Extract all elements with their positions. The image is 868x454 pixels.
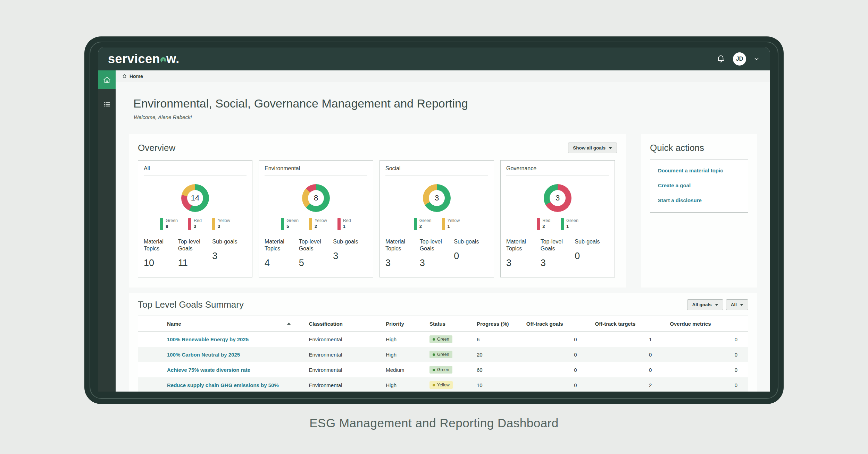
card-stats: Material Topics4 Top-level Goals5 Sub-go… (265, 238, 367, 268)
donut-legend: Red2 Green1 (506, 218, 609, 230)
status-badge: Green (429, 351, 452, 358)
user-avatar[interactable]: JD (733, 52, 746, 66)
cell-priority: Medium (381, 367, 423, 373)
cell-priority: High (381, 382, 423, 388)
column-header-priority[interactable]: Priority (381, 321, 423, 327)
column-header-status[interactable]: Status (423, 321, 464, 327)
servicenow-logo: servicenw. (108, 52, 180, 66)
cell-offtrack-targets: 0 (587, 367, 664, 373)
legend-item: Red1 (337, 218, 351, 230)
stat-label: Sub-goals (333, 238, 367, 245)
legend-swatch (442, 218, 445, 230)
column-header-offtrack-goals[interactable]: Off-track goals (521, 321, 587, 327)
chevron-down-icon (740, 304, 743, 306)
stat-value: 3 (385, 258, 420, 268)
status-badge: Yellow (429, 381, 453, 389)
all-goals-dropdown[interactable]: All goals (687, 299, 723, 310)
overview-card-social: Social 3 (379, 160, 494, 277)
legend-item: Yellow1 (442, 218, 460, 230)
stat-label: Material Topics (506, 238, 539, 252)
legend-swatch (414, 218, 417, 230)
stat-value: 3 (420, 258, 454, 268)
logo-text-post: w. (166, 52, 180, 66)
table-row[interactable]: 100% Renewable Energy by 2025 Environmen… (138, 332, 748, 347)
legend-label: Yellow (448, 218, 460, 224)
column-header-classification[interactable]: Classification (304, 321, 381, 327)
table-row[interactable]: 100% Carbon Neutral by 2025 Environmenta… (138, 347, 748, 362)
column-header-progress[interactable]: Progress (%) (464, 321, 521, 327)
user-menu-chevron-icon[interactable] (754, 56, 759, 62)
goal-name-link[interactable]: 100% Carbon Neutral by 2025 (167, 352, 240, 358)
donut-total: 3 (435, 194, 439, 203)
cell-priority: High (381, 336, 423, 342)
divider (144, 175, 247, 176)
goals-table: Name Classification Priority Status Prog… (138, 316, 748, 392)
create-goal-link[interactable]: Create a goal (658, 182, 740, 188)
goal-name-link[interactable]: Reduce supply chain GHG emissions by 50% (167, 382, 279, 388)
all-dropdown[interactable]: All (726, 299, 748, 310)
stat-value: 3 (212, 251, 247, 262)
sort-ascending-icon (287, 323, 291, 325)
notifications-bell-icon[interactable] (716, 54, 725, 64)
legend-count: 3 (194, 224, 202, 229)
cell-progress: 60 (464, 367, 521, 373)
legend-label: Red (542, 218, 550, 224)
stat-label: Material Topics (385, 238, 418, 252)
breadcrumb-home-icon (122, 74, 127, 79)
card-stats: Material Topics10 Top-level Goals11 Sub-… (144, 238, 247, 268)
status-dot-icon (433, 384, 435, 386)
legend-label: Red (194, 218, 202, 224)
cell-offtrack-goals: 0 (521, 352, 587, 358)
show-all-goals-label: Show all goals (573, 145, 606, 151)
start-disclosure-link[interactable]: Start a disclosure (658, 197, 740, 203)
chevron-down-icon (715, 304, 718, 306)
column-header-overdue-metrics[interactable]: Overdue metrics (663, 321, 748, 327)
legend-count: 8 (166, 224, 178, 229)
chevron-down-icon (609, 147, 612, 149)
donut-legend: Green5 Yellow2 Red1 (265, 218, 367, 230)
legend-label: Red (343, 218, 351, 224)
legend-swatch (212, 218, 215, 230)
document-material-topic-link[interactable]: Document a material topic (658, 168, 740, 173)
table-row[interactable]: Achieve 75% waste diversion rate Environ… (138, 362, 748, 377)
goals-summary-heading: Top Level Goals Summary (138, 299, 244, 310)
donut-total: 8 (314, 194, 318, 203)
status-badge: Green (429, 366, 452, 374)
legend-label: Yellow (315, 218, 327, 224)
cell-overdue-metrics: 0 (663, 382, 748, 388)
stat-label: Top-level Goals (541, 238, 574, 252)
header-actions: JD (716, 52, 759, 66)
donut-legend: Green2 Yellow1 (385, 218, 488, 230)
legend-count: 2 (542, 224, 550, 229)
goals-summary-section: Top Level Goals Summary All goals All (129, 293, 757, 392)
sidebar-home-button[interactable] (98, 70, 116, 89)
overview-card-environmental: Environmental 8 (259, 160, 373, 277)
cell-progress: 6 (464, 336, 521, 342)
goal-name-link[interactable]: Achieve 75% waste diversion rate (167, 367, 250, 373)
table-row[interactable]: Reduce supply chain GHG emissions by 50%… (138, 377, 748, 392)
cell-classification: Environmental (304, 367, 381, 373)
goal-name-link[interactable]: 100% Renewable Energy by 2025 (167, 336, 249, 342)
stat-value: 3 (541, 258, 575, 268)
cell-classification: Environmental (304, 336, 381, 342)
cell-classification: Environmental (304, 382, 381, 388)
legend-label: Green (286, 218, 299, 224)
legend-count: 3 (218, 224, 230, 229)
breadcrumb-home-link[interactable]: Home (130, 74, 143, 79)
legend-item: Yellow3 (212, 218, 230, 230)
stat-label: Sub-goals (454, 238, 488, 245)
legend-count: 2 (315, 224, 327, 229)
logo-text-pre: servicen (108, 52, 160, 66)
legend-count: 1 (343, 224, 351, 229)
show-all-goals-dropdown[interactable]: Show all goals (568, 143, 617, 153)
legend-item: Green5 (281, 218, 299, 230)
status-dot-icon (433, 369, 435, 371)
device-frame: servicenw. JD (84, 36, 784, 404)
card-title: Environmental (265, 165, 367, 172)
overview-cards: All 14 (138, 160, 617, 277)
legend-label: Yellow (218, 218, 230, 224)
column-header-offtrack-targets[interactable]: Off-track targets (587, 321, 664, 327)
breadcrumb: Home (116, 70, 770, 82)
sidebar-list-menu-button[interactable] (98, 95, 116, 113)
column-header-name[interactable]: Name (138, 321, 304, 327)
